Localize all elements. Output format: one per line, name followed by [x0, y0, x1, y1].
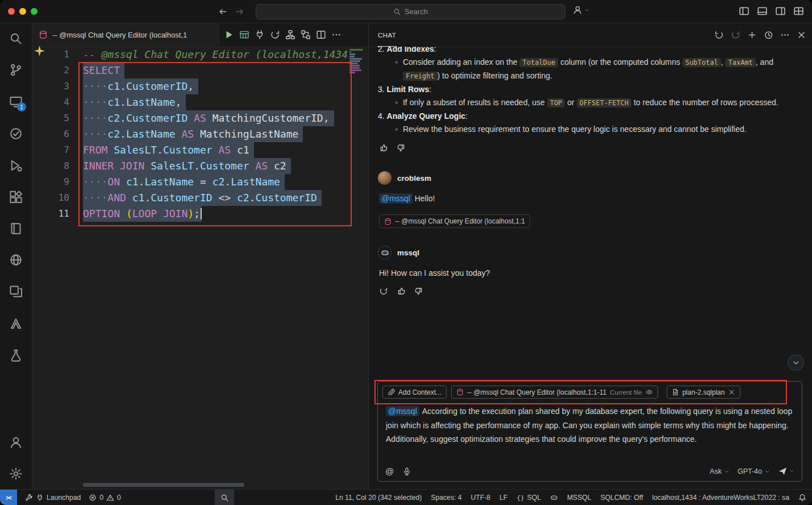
code-line[interactable]: ····AND c1.CustomerID <> c2.CustomerID: [83, 190, 368, 206]
forward-arrow-icon[interactable]: [235, 7, 244, 16]
customize-layout-icon[interactable]: [793, 6, 804, 16]
redo-icon[interactable]: [731, 30, 740, 40]
notifications-bell-icon[interactable]: [798, 494, 806, 502]
github-globe-icon[interactable]: [9, 253, 23, 267]
back-arrow-icon[interactable]: [218, 7, 228, 16]
activity-bar: 1: [0, 23, 32, 489]
indentation-item[interactable]: Spaces: 4: [431, 494, 461, 502]
code-line[interactable]: INNER JOIN SalesLT.Customer AS c2: [83, 158, 368, 174]
launchpad-item[interactable]: Launchpad: [25, 494, 81, 502]
model-picker[interactable]: GPT-4o: [738, 467, 770, 475]
thumbs-down-icon[interactable]: [397, 143, 406, 152]
remote-indicator[interactable]: ><: [0, 490, 17, 505]
thumbs-up-icon[interactable]: [379, 143, 388, 152]
estimated-plan-icon[interactable]: [285, 30, 295, 40]
language-item[interactable]: {} SQL: [517, 494, 541, 502]
reply-actions: [379, 287, 801, 296]
mention-button[interactable]: @: [385, 466, 394, 476]
azure-icon[interactable]: [9, 317, 23, 330]
mode-picker[interactable]: Ask: [710, 467, 730, 475]
code-line[interactable]: FROM SalesLT.Customer AS c1: [83, 142, 368, 158]
settings-gear-icon[interactable]: [9, 467, 23, 481]
horizontal-scrollbar[interactable]: [83, 483, 244, 487]
add-context-button[interactable]: Add Context...: [382, 386, 447, 399]
run-debug-icon[interactable]: [9, 159, 23, 172]
assistant-response-list: 2. Add Indexes:◦Consider adding an index…: [378, 47, 801, 136]
cursor-position-item[interactable]: Ln 11, Col 20 (342 selected): [335, 494, 422, 502]
chat-list-item: 2. Add Indexes:◦Consider adding an index…: [378, 47, 801, 83]
accounts-icon[interactable]: [9, 436, 23, 449]
connection-plug-icon[interactable]: [255, 30, 265, 40]
wrench-icon: [25, 494, 33, 502]
remove-chip-icon[interactable]: [728, 388, 735, 396]
change-connection-icon[interactable]: [270, 30, 280, 40]
code-line[interactable]: SELECT: [83, 63, 368, 78]
database-file-icon: [384, 218, 392, 225]
code-line[interactable]: -- @mssql Chat Query Editor (localhost,1…: [83, 47, 368, 63]
code-line[interactable]: ····c2.LastName AS MatchingLastName: [83, 126, 368, 142]
results-grid-icon[interactable]: [239, 30, 249, 40]
extensions-icon[interactable]: [9, 191, 23, 204]
undo-icon[interactable]: [714, 30, 724, 40]
minimize-window-button[interactable]: [19, 8, 26, 15]
thumbs-down-icon[interactable]: [414, 287, 423, 296]
sql-projects-icon[interactable]: [9, 349, 23, 362]
sqlcmd-item[interactable]: SQLCMD: Off: [601, 494, 643, 502]
source-control-icon[interactable]: [9, 63, 23, 77]
zoom-button[interactable]: [215, 490, 234, 505]
toggle-panel-icon[interactable]: [757, 6, 768, 16]
plan-file-chip[interactable]: plan-2.sqlplan: [667, 386, 741, 399]
copilot-menu-button[interactable]: [573, 5, 590, 15]
mssql-mention-chip[interactable]: @mssql: [379, 193, 413, 204]
code-line[interactable]: ····c2.CustomerID AS MatchingCustomerID,: [83, 110, 368, 126]
copilot-status-icon[interactable]: [550, 494, 558, 502]
close-window-button[interactable]: [8, 8, 15, 15]
send-button[interactable]: [778, 466, 794, 476]
code-line[interactable]: ····ON c1.LastName = c2.LastName: [83, 174, 368, 190]
code-line[interactable]: ····c1.CustomerID,: [83, 78, 368, 94]
eol-item[interactable]: LF: [499, 494, 507, 502]
remote-badge: 1: [17, 102, 26, 111]
editor-tab[interactable]: -- @mssql Chat Query Editor (localhost,1: [32, 23, 219, 47]
regenerate-icon[interactable]: [379, 287, 388, 296]
close-panel-icon[interactable]: [797, 30, 806, 40]
eye-icon[interactable]: [646, 388, 653, 396]
panel-divider[interactable]: [368, 23, 369, 489]
search-icon: [393, 8, 401, 16]
chat-input-box[interactable]: Add Context... -- @mssql Chat Query Edit…: [377, 381, 802, 482]
command-center-search[interactable]: Search: [256, 4, 565, 19]
code-line[interactable]: OPTION (LOOP JOIN);: [83, 206, 368, 222]
user-avatar: [378, 171, 392, 185]
new-chat-icon[interactable]: [747, 30, 757, 40]
code-line[interactable]: ····c1.LastName,: [83, 94, 368, 110]
chat-input-controls: @ Ask GPT-4o: [385, 466, 794, 476]
docs-book-icon[interactable]: [9, 222, 23, 235]
microphone-icon[interactable]: [402, 467, 411, 476]
windows-view-icon[interactable]: [9, 285, 23, 299]
run-query-icon[interactable]: [224, 30, 234, 40]
testing-icon[interactable]: [9, 127, 23, 140]
connection-item[interactable]: localhost,1434 : AdventureWorksLT2022 : …: [652, 494, 789, 502]
mssql-item[interactable]: MSSQL: [567, 494, 592, 502]
copilot-sparkle-icon[interactable]: [34, 45, 45, 56]
chat-input-text[interactable]: @mssqlAccording to the execution plan sh…: [386, 404, 794, 446]
more-actions-icon[interactable]: [331, 30, 342, 40]
more-actions-icon[interactable]: [780, 30, 790, 40]
encoding-item[interactable]: UTF-8: [471, 494, 491, 502]
maximize-window-button[interactable]: [31, 8, 38, 15]
thumbs-up-icon[interactable]: [397, 287, 406, 296]
attached-file-chip[interactable]: -- @mssql Chat Query Editor (localhost,1…: [379, 214, 530, 228]
minimap[interactable]: [348, 48, 365, 489]
chat-history-icon[interactable]: [764, 30, 773, 40]
search-view-icon[interactable]: [9, 32, 23, 45]
query-plan-icon[interactable]: [301, 30, 311, 40]
window-controls: [8, 8, 38, 15]
code-area[interactable]: -- @mssql Chat Query Editor (localhost,1…: [83, 47, 368, 222]
problems-item[interactable]: 0 0: [89, 494, 121, 502]
toggle-primary-sidebar-icon[interactable]: [739, 6, 749, 16]
scroll-to-bottom-button[interactable]: [788, 354, 804, 371]
split-editor-icon[interactable]: [316, 30, 326, 40]
toggle-secondary-sidebar-icon[interactable]: [775, 6, 786, 16]
current-file-chip[interactable]: -- @mssql Chat Query Editor (localhost,1…: [451, 386, 658, 399]
mode-label: Ask: [710, 467, 722, 475]
